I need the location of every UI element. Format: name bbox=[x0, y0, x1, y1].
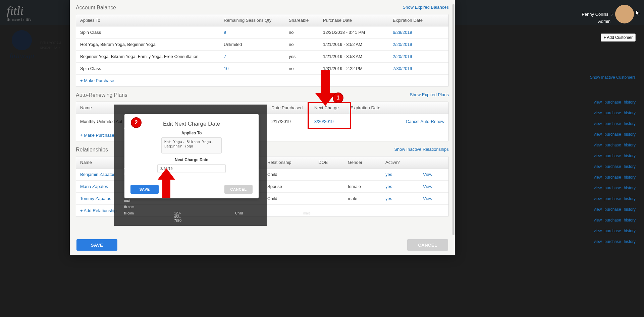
purchase-link[interactable]: purchase bbox=[604, 196, 621, 201]
history-link[interactable]: history bbox=[624, 121, 636, 126]
cell-expires[interactable]: 7/30/2019 bbox=[389, 63, 448, 74]
cell-remaining[interactable]: 10 bbox=[220, 63, 285, 74]
cell-rel-type: Child bbox=[263, 193, 314, 204]
cell-view[interactable]: View bbox=[419, 193, 448, 204]
col-rel-action bbox=[419, 156, 448, 168]
customer-row-actions: view purchase history bbox=[594, 239, 636, 244]
scrollbar-thumb[interactable] bbox=[452, 4, 454, 235]
history-link[interactable]: history bbox=[624, 229, 636, 233]
make-purchase-link[interactable]: + Make Purchase bbox=[80, 133, 114, 138]
view-link[interactable]: view bbox=[594, 218, 602, 223]
cell-expires[interactable]: 2/20/2019 bbox=[389, 51, 448, 62]
cell-gender: male bbox=[344, 193, 381, 204]
cell-expires[interactable]: 2/20/2019 bbox=[389, 39, 448, 50]
cell-active[interactable]: yes bbox=[381, 181, 419, 192]
purchase-link[interactable]: purchase bbox=[604, 229, 621, 233]
view-link[interactable]: view bbox=[594, 153, 602, 158]
cell-shareable: no bbox=[285, 26, 319, 38]
purchase-link[interactable]: purchase bbox=[604, 100, 621, 105]
purchase-link[interactable]: purchase bbox=[604, 121, 621, 126]
purchase-link[interactable]: purchase bbox=[604, 132, 621, 137]
cancel-auto-renew-link[interactable]: Cancel Auto-Renew bbox=[397, 116, 448, 127]
history-link[interactable]: history bbox=[624, 239, 636, 244]
history-link[interactable]: history bbox=[624, 186, 636, 190]
faded-text: Child bbox=[235, 211, 243, 223]
show-expired-plans-link[interactable]: Show Expired Plans bbox=[410, 92, 449, 97]
show-expired-balances-link[interactable]: Show Expired Balances bbox=[403, 5, 449, 10]
view-link[interactable]: view bbox=[594, 111, 602, 115]
col-applies-to: Applies To bbox=[76, 14, 220, 26]
cell-active[interactable]: yes bbox=[381, 193, 419, 204]
faded-text: male bbox=[303, 211, 311, 223]
purchase-link[interactable]: purchase bbox=[604, 239, 621, 244]
history-link[interactable]: history bbox=[624, 132, 636, 137]
cell-active[interactable]: yes bbox=[381, 169, 419, 180]
view-link[interactable]: view bbox=[594, 164, 602, 169]
cell-view[interactable]: View bbox=[419, 181, 448, 192]
cell-remaining: Unlimited bbox=[220, 39, 285, 50]
avatar[interactable] bbox=[615, 5, 634, 23]
view-link[interactable]: view bbox=[594, 100, 602, 105]
relationships-title-text: Relationships bbox=[76, 147, 108, 152]
customer-row-actions: view purchase history bbox=[594, 196, 636, 201]
show-inactive-relationships-link[interactable]: Show Inactive Relationships bbox=[394, 147, 449, 152]
customer-row-actions: view purchase history bbox=[594, 218, 636, 223]
popup-cancel-button[interactable]: CANCEL bbox=[224, 185, 253, 194]
customer-row-actions: view purchase history bbox=[594, 100, 636, 105]
admin-label: Admin bbox=[598, 19, 610, 24]
customer-row-actions: view purchase history bbox=[594, 207, 636, 212]
purchase-link[interactable]: purchase bbox=[604, 218, 621, 223]
cell-expiration bbox=[346, 118, 397, 125]
cancel-button[interactable]: CANCEL bbox=[407, 239, 448, 251]
customer-row-actions: view purchase history bbox=[594, 175, 636, 180]
balance-row: Beginner Yoga, Bikram Yoga, Family Yoga,… bbox=[76, 51, 448, 63]
history-link[interactable]: history bbox=[624, 218, 636, 223]
purchase-link[interactable]: purchase bbox=[604, 175, 621, 180]
history-link[interactable]: history bbox=[624, 100, 636, 105]
popup-applies-field[interactable] bbox=[161, 137, 222, 153]
history-link[interactable]: history bbox=[624, 207, 636, 212]
cell-applies: Spin Class bbox=[76, 63, 220, 74]
show-inactive-customers-link[interactable]: Show Inactive Customers bbox=[590, 75, 636, 80]
cell-remaining[interactable]: 9 bbox=[220, 26, 285, 38]
history-link[interactable]: history bbox=[624, 164, 636, 169]
purchase-link[interactable]: purchase bbox=[604, 111, 621, 115]
view-link[interactable]: view bbox=[594, 186, 602, 190]
col-date-purchased: Date Purchased bbox=[267, 102, 310, 114]
add-relationship-link[interactable]: + Add Relationship bbox=[80, 208, 117, 213]
view-link[interactable]: view bbox=[594, 229, 602, 233]
customer-row-actions: view purchase history bbox=[594, 229, 636, 233]
user-name-label: Penny Collins bbox=[582, 12, 608, 17]
cell-remaining[interactable]: 7 bbox=[220, 51, 285, 62]
view-link[interactable]: view bbox=[594, 121, 602, 126]
col-expiration: Expiration Date bbox=[346, 102, 397, 114]
purchase-link[interactable]: purchase bbox=[604, 207, 621, 212]
purchase-link[interactable]: purchase bbox=[604, 164, 621, 169]
cell-expires[interactable]: 6/29/2019 bbox=[389, 26, 448, 38]
balance-title-text: Account Balance bbox=[76, 5, 116, 10]
make-purchase-link[interactable]: + Make Purchase bbox=[80, 78, 114, 83]
popup-date-label: Next Charge Date bbox=[130, 157, 253, 162]
view-link[interactable]: view bbox=[594, 132, 602, 137]
popup-save-button[interactable]: SAVE bbox=[130, 185, 159, 194]
cell-purchased: 1/21/2019 - 8:53 AM bbox=[319, 51, 389, 62]
col-relationship: Relationship bbox=[263, 156, 314, 168]
save-button[interactable]: SAVE bbox=[76, 239, 117, 251]
col-dob: DOB bbox=[314, 156, 344, 168]
history-link[interactable]: history bbox=[624, 153, 636, 158]
history-link[interactable]: history bbox=[624, 175, 636, 180]
purchase-link[interactable]: purchase bbox=[604, 186, 621, 190]
view-link[interactable]: view bbox=[594, 196, 602, 201]
view-link[interactable]: view bbox=[594, 143, 602, 147]
purchase-link[interactable]: purchase bbox=[604, 143, 621, 147]
purchase-link[interactable]: purchase bbox=[604, 153, 621, 158]
view-link[interactable]: view bbox=[594, 175, 602, 180]
view-link[interactable]: view bbox=[594, 239, 602, 244]
history-link[interactable]: history bbox=[624, 143, 636, 147]
add-customer-button[interactable]: + Add Customer bbox=[601, 34, 636, 42]
cell-view[interactable]: View bbox=[419, 169, 448, 180]
history-link[interactable]: history bbox=[624, 111, 636, 115]
faded-text: tli.com bbox=[124, 211, 134, 223]
history-link[interactable]: history bbox=[624, 196, 636, 201]
view-link[interactable]: view bbox=[594, 207, 602, 212]
